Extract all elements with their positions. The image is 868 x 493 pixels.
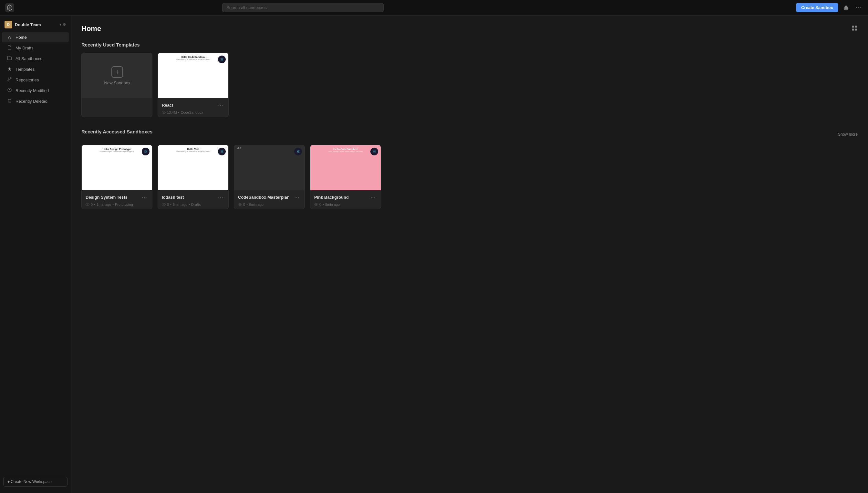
sandbox-card-lodash[interactable]: Hello Test Start editing to see some mag… (158, 145, 229, 209)
app-logo[interactable] (5, 3, 14, 12)
sidebar-item-label: Templates (16, 67, 35, 72)
sandbox-card-masterplan[interactable]: v1.0 ⚛ CodeSandbox Masterplan ⋯ (234, 145, 305, 209)
show-more-button[interactable]: Show more (838, 132, 858, 137)
lodash-card-info: Iodash test ⋯ 0 • 5min ago • Drafts (158, 190, 228, 209)
masterplan-card-name: CodeSandbox Masterplan (238, 195, 290, 200)
lodash-preview: Hello Test Start editing to see some mag… (158, 145, 228, 190)
main-content: Home Recently Used Templates + New Sandb… (71, 16, 868, 493)
create-sandbox-button[interactable]: Create Sandbox (796, 3, 838, 12)
react-card-name: React (162, 103, 173, 108)
design-views: 0 (91, 202, 93, 207)
react-card-name-row: React ⋯ (162, 102, 224, 109)
svg-point-13 (163, 204, 164, 205)
masterplan-preview-title: v1.0 (237, 147, 302, 149)
sandboxes-section-header: Recently Accessed Sandboxes Show more (81, 129, 858, 140)
clock-icon (6, 88, 12, 93)
templates-section-title: Recently Used Templates (81, 42, 858, 47)
trash-icon (6, 98, 12, 104)
lodash-preview-sub: Start editing to see some magic happen! (161, 151, 225, 152)
lodash-react-icon: ⚛ (220, 149, 224, 154)
svg-point-12 (87, 204, 88, 205)
react-card-preview: Hello CodeSandbox Start editing to see s… (158, 53, 228, 98)
design-system-preview: Hello Design Prototype Start editing to … (82, 145, 152, 190)
lodash-views: 0 (167, 202, 169, 207)
masterplan-preview-inner: v1.0 (234, 145, 305, 151)
masterplan-card-info: CodeSandbox Masterplan ⋯ 0 • 6min ago (234, 190, 305, 209)
sidebar-item-templates[interactable]: ★ Templates (2, 64, 69, 74)
pink-card-name-row: Pink Background ⋯ (314, 194, 377, 201)
search-input[interactable] (222, 3, 384, 12)
design-card-info: Design System Tests ⋯ 0 • 1min ago • Pro… (82, 190, 152, 209)
sidebar-nav: ⌂ Home My Drafts All Sandboxes ★ Templat… (0, 32, 71, 106)
masterplan-views: 0 (243, 202, 245, 207)
masterplan-react-icon: ⚛ (296, 149, 300, 154)
team-icons: ▾ ⚙ (60, 22, 66, 27)
masterplan-preview: v1.0 ⚛ (234, 145, 305, 190)
react-author: CodeSandbox (180, 110, 203, 114)
sidebar-item-recently-deleted[interactable]: Recently Deleted (2, 96, 69, 106)
sandbox-card-pink[interactable]: Hello CodeSandbox Start editing to see s… (310, 145, 381, 209)
masterplan-card-menu-button[interactable]: ⋯ (293, 194, 301, 201)
react-card-menu-button[interactable]: ⋯ (217, 102, 224, 109)
svg-point-15 (316, 204, 317, 205)
template-card-react[interactable]: Hello CodeSandbox Start editing to see s… (158, 53, 229, 117)
lodash-card-name: Iodash test (162, 195, 184, 200)
react-icon-badge: ⚛ (218, 56, 226, 63)
masterplan-time: 6min ago (249, 202, 264, 207)
more-options-button[interactable] (854, 3, 863, 12)
svg-point-2 (858, 7, 859, 8)
lodash-time: 5min ago (173, 202, 187, 207)
pink-preview: Hello CodeSandbox Start editing to see s… (310, 145, 381, 190)
sidebar: D Double Team ▾ ⚙ ⌂ Home My Drafts (0, 16, 71, 493)
grid-toggle-button[interactable] (851, 25, 858, 33)
svg-point-1 (856, 7, 857, 8)
team-avatar: D (4, 21, 12, 28)
pink-preview-title: Hello CodeSandbox (314, 148, 378, 151)
sidebar-item-home[interactable]: ⌂ Home (2, 32, 69, 42)
masterplan-icon-badge: ⚛ (294, 148, 302, 155)
page-title: Home (81, 25, 101, 33)
svg-point-3 (860, 7, 861, 8)
notifications-button[interactable] (842, 3, 850, 12)
design-preview-sub: Start editing to see some magic happen! (85, 151, 149, 152)
design-card-meta: 0 • 1min ago • Prototyping (86, 202, 148, 207)
pink-card-menu-button[interactable]: ⋯ (369, 194, 377, 201)
design-card-name: Design System Tests (86, 195, 128, 200)
sidebar-item-repositories[interactable]: Repositories (2, 74, 69, 85)
design-card-menu-button[interactable]: ⋯ (140, 194, 148, 201)
pink-icon-badge: ⚛ (371, 148, 378, 155)
search-container (222, 3, 384, 12)
lodash-card-meta: 0 • 5min ago • Drafts (162, 202, 224, 207)
sidebar-item-label: Recently Modified (16, 88, 49, 93)
folder-icon (6, 56, 12, 61)
sandbox-card-design-system[interactable]: Hello Design Prototype Start editing to … (81, 145, 152, 209)
sidebar-item-label: Repositories (16, 78, 39, 82)
pink-time: 8min ago (325, 202, 340, 207)
react-card-info: React ⋯ 13.4M • CodeSandbox (158, 98, 228, 117)
pink-views: 0 (319, 202, 321, 207)
design-preview-inner: Hello Design Prototype Start editing to … (82, 145, 152, 155)
react-icon: ⚛ (220, 57, 224, 62)
pink-card-name: Pink Background (314, 195, 349, 200)
settings-icon: ⚙ (63, 22, 66, 27)
templates-grid: + New Sandbox Hello CodeSandbox Start ed… (81, 53, 858, 117)
create-workspace-button[interactable]: + Create New Workspace (3, 477, 67, 487)
pink-card-info: Pink Background ⋯ 0 • 8min ago (310, 190, 381, 209)
svg-point-11 (163, 112, 164, 113)
main-header: Home (81, 25, 858, 33)
lodash-preview-title: Hello Test (161, 148, 225, 151)
sidebar-item-recently-modified[interactable]: Recently Modified (2, 85, 69, 95)
sidebar-item-label: Recently Deleted (16, 99, 47, 104)
topbar-right: Create Sandbox (796, 3, 863, 12)
sidebar-item-all-sandboxes[interactable]: All Sandboxes (2, 53, 69, 64)
sandboxes-grid: Hello Design Prototype Start editing to … (81, 145, 858, 209)
sidebar-item-my-drafts[interactable]: My Drafts (2, 43, 69, 53)
team-selector[interactable]: D Double Team ▾ ⚙ (0, 18, 71, 32)
sidebar-item-label: Home (16, 35, 27, 40)
react-preview-title: Hello CodeSandbox (161, 56, 225, 59)
new-sandbox-preview: + New Sandbox (82, 53, 152, 98)
pink-card-meta: 0 • 8min ago (314, 202, 377, 207)
lodash-card-menu-button[interactable]: ⋯ (217, 194, 224, 201)
new-sandbox-card[interactable]: + New Sandbox (81, 53, 152, 117)
plus-icon: + (111, 66, 123, 78)
